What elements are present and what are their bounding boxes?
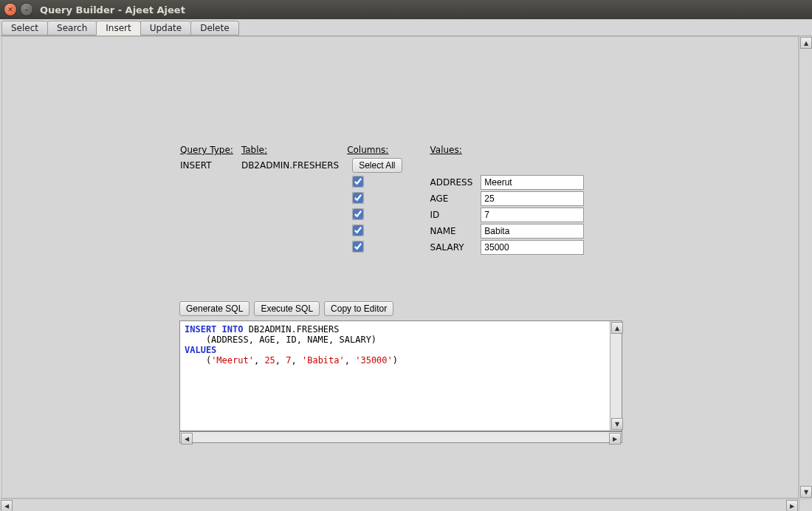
checkbox-age[interactable]	[353, 193, 363, 203]
sql-v4: 'Babita'	[302, 355, 345, 366]
checkbox-address[interactable]	[353, 176, 363, 187]
sql-vals-suffix: )	[393, 355, 398, 366]
scroll-left-icon[interactable]: ◀	[181, 433, 193, 445]
label-age: AGE	[408, 191, 481, 207]
generate-sql-button[interactable]: Generate SQL	[179, 301, 250, 316]
query-type-value: INSERT	[179, 157, 241, 174]
checkbox-id[interactable]	[353, 209, 363, 219]
client-area: Query Type: Table: Columns: Values: INSE…	[0, 36, 812, 511]
tab-insert[interactable]: Insert	[96, 21, 140, 35]
outer-scroll-right-icon[interactable]: ▶	[786, 500, 798, 511]
scroll-down-icon[interactable]: ▼	[611, 418, 623, 430]
window-titlebar: ✕ – Query Builder - Ajeet Ajeet	[0, 0, 812, 19]
close-icon[interactable]: ✕	[4, 4, 16, 16]
label-id: ID	[408, 207, 481, 223]
select-all-button[interactable]: Select All	[352, 158, 402, 173]
label-name: NAME	[408, 223, 481, 239]
action-row: Generate SQL Execute SQL Copy to Editor	[179, 301, 393, 316]
sql-v5: '35000'	[355, 355, 393, 366]
sql-output: INSERT INTO DB2ADMIN.FRESHERS (ADDRESS, …	[179, 320, 622, 431]
sql-kw-insert: INSERT INTO	[185, 324, 243, 335]
tab-search[interactable]: Search	[47, 21, 97, 35]
scroll-corner	[799, 498, 812, 511]
sql-vertical-scrollbar[interactable]: ▲ ▼	[610, 321, 622, 431]
header-query-type: Query Type:	[179, 144, 241, 157]
query-form: Query Type: Table: Columns: Values: INSE…	[179, 144, 585, 256]
outer-horizontal-scrollbar[interactable]: ◀ ▶	[0, 498, 799, 511]
outer-scroll-down-icon[interactable]: ▼	[800, 486, 812, 498]
checkbox-name[interactable]	[353, 225, 363, 236]
sql-horizontal-scrollbar[interactable]: ◀ ▶	[179, 431, 622, 443]
minimize-icon[interactable]: –	[21, 4, 32, 16]
tab-select[interactable]: Select	[1, 21, 48, 35]
label-salary: SALARY	[408, 239, 481, 256]
tabstrip: Select Search Insert Update Delete	[0, 19, 812, 36]
sql-vals-prefix: (	[185, 355, 211, 366]
sql-v1: 'Meerut'	[211, 355, 254, 366]
content-pane: Query Type: Table: Columns: Values: INSE…	[1, 36, 799, 498]
input-name[interactable]	[481, 224, 584, 239]
input-salary[interactable]	[481, 240, 584, 255]
input-id[interactable]	[481, 208, 584, 222]
sql-v3: 7	[286, 355, 291, 366]
sql-v2: 25	[264, 355, 275, 366]
sql-cols-line: (ADDRESS, AGE, ID, NAME, SALARY)	[185, 335, 376, 345]
header-values: Values:	[408, 144, 481, 157]
sql-text[interactable]: INSERT INTO DB2ADMIN.FRESHERS (ADDRESS, …	[180, 321, 610, 431]
header-columns: Columns:	[346, 144, 407, 157]
tab-delete[interactable]: Delete	[190, 21, 238, 35]
checkbox-salary[interactable]	[353, 241, 363, 252]
copy-to-editor-button[interactable]: Copy to Editor	[324, 301, 393, 316]
tab-update[interactable]: Update	[140, 21, 191, 35]
sql-table-ref: DB2ADMIN.FRESHERS	[249, 324, 340, 335]
input-address[interactable]	[481, 175, 584, 190]
outer-scroll-left-icon[interactable]: ◀	[1, 500, 13, 511]
window-title: Query Builder - Ajeet Ajeet	[40, 4, 185, 16]
label-address: ADDRESS	[408, 174, 481, 191]
outer-scroll-up-icon[interactable]: ▲	[800, 37, 812, 49]
scroll-right-icon[interactable]: ▶	[609, 433, 621, 445]
outer-vertical-scrollbar[interactable]: ▲ ▼	[799, 36, 812, 498]
sql-kw-values: VALUES	[185, 345, 216, 355]
input-age[interactable]	[481, 191, 584, 206]
scroll-up-icon[interactable]: ▲	[611, 322, 623, 334]
table-name: DB2ADMIN.FRESHERS	[241, 157, 346, 174]
header-table: Table:	[241, 144, 346, 157]
execute-sql-button[interactable]: Execute SQL	[254, 301, 320, 316]
